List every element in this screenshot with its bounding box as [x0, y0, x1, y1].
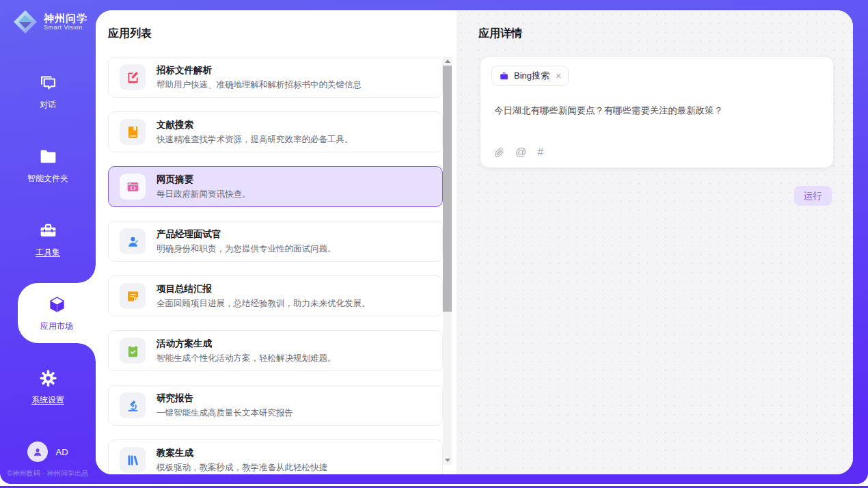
- paperclip-icon[interactable]: [493, 147, 504, 158]
- scrollbar-thumb[interactable]: [443, 66, 452, 312]
- briefcase-icon: [499, 71, 509, 81]
- app-description: 每日政府新闻资讯快查。: [157, 189, 251, 200]
- book-icon: [120, 119, 146, 145]
- interviewer-icon: [120, 228, 146, 254]
- nav-label: 应用市场: [40, 321, 73, 332]
- note-icon: [120, 283, 146, 309]
- sidebar-item-gear[interactable]: 系统设置: [0, 350, 96, 424]
- app-name: 网页摘要: [157, 174, 251, 186]
- app-card[interactable]: 网页摘要 每日政府新闻资讯快查。: [108, 166, 443, 207]
- app-description: 帮助用户快速、准确地理解和解析招标书中的关键信息: [157, 79, 362, 91]
- cube-icon: [47, 295, 67, 314]
- books-icon: [120, 447, 146, 473]
- logo-subtitle: Smart Vision: [44, 24, 87, 31]
- app-card[interactable]: 教案生成 模板驱动，教案秒成，教学准备从此轻松快捷: [108, 439, 443, 474]
- logo: 神州问学 Smart Vision: [12, 9, 87, 35]
- clipboard-check-icon: [120, 338, 146, 364]
- nav-label: 工具集: [36, 247, 60, 258]
- app-card-list: 招标文件解析 帮助用户快速、准确地理解和解析招标书中的关键信息 文献搜索 快速精…: [108, 57, 443, 474]
- close-icon[interactable]: ×: [556, 71, 561, 81]
- composer-toolbar: @#: [493, 147, 543, 158]
- scroll-up-arrow-icon[interactable]: [443, 57, 452, 66]
- app-name: 文献搜索: [157, 119, 353, 131]
- app-window: 神州问学 Smart Vision 对话 智能文件夹 工具集 应用市场 系统设置…: [0, 0, 868, 488]
- brand-diamond-icon: [12, 9, 38, 35]
- copyright-text: ©神州数码 · 神州问学出品: [0, 469, 96, 478]
- app-name: 项目总结汇报: [157, 283, 370, 295]
- tool-tag-bing-search[interactable]: Bing搜索 ×: [491, 66, 569, 86]
- app-description: 快速精准查找学术资源，提高研究效率的必备工具。: [157, 134, 353, 146]
- nav-label: 智能文件夹: [27, 173, 68, 185]
- sidebar-item-chat[interactable]: 对话: [0, 55, 96, 128]
- app-card[interactable]: 招标文件解析 帮助用户快速、准确地理解和解析招标书中的关键信息: [108, 57, 443, 98]
- toolbox-icon: [38, 221, 58, 241]
- sidebar: 神州问学 Smart Vision 对话 智能文件夹 工具集 应用市场 系统设置…: [0, 0, 96, 484]
- query-composer: Bing搜索 × 今日湖北有哪些新闻要点？有哪些需要关注的最新政策？ @#: [480, 56, 834, 168]
- run-button[interactable]: 运行: [794, 186, 832, 206]
- nav-label: 对话: [40, 99, 56, 111]
- app-detail-title: 应用详情: [478, 27, 522, 41]
- query-text[interactable]: 今日湖北有哪些新闻要点？有哪些需要关注的最新政策？: [494, 104, 819, 118]
- app-card[interactable]: 研究报告 一键智能生成高质量长文本研究报告: [108, 385, 443, 426]
- sidebar-item-cube[interactable]: 应用市场: [18, 283, 96, 343]
- app-name: 产品经理面试官: [157, 228, 336, 241]
- app-list-panel: 应用列表 招标文件解析 帮助用户快速、准确地理解和解析招标书中的关键信息 文献搜…: [96, 10, 457, 474]
- app-description: 一键智能生成高质量长文本研究报告: [157, 407, 293, 419]
- content-area: 应用列表 招标文件解析 帮助用户快速、准确地理解和解析招标书中的关键信息 文献搜…: [96, 10, 853, 474]
- app-description: 智能生成个性化活动方案，轻松解决规划难题。: [157, 353, 336, 364]
- chat-icon: [38, 73, 58, 93]
- mention-icon[interactable]: @: [515, 147, 526, 158]
- app-name: 教案生成: [157, 447, 327, 459]
- sidebar-item-folder[interactable]: 智能文件夹: [0, 128, 96, 202]
- webpage-icon: [120, 174, 146, 200]
- app-name: 活动方案生成: [157, 338, 336, 350]
- app-card[interactable]: 产品经理面试官 明确身份和职责，为您提供专业性的面试问题。: [108, 221, 443, 262]
- app-description: 明确身份和职责，为您提供专业性的面试问题。: [157, 243, 336, 255]
- hash-icon[interactable]: #: [537, 147, 543, 158]
- logo-title: 神州问学: [44, 12, 87, 24]
- tool-tag-label: Bing搜索: [514, 70, 550, 82]
- user-account[interactable]: AD: [0, 442, 96, 462]
- sidebar-nav: 对话 智能文件夹 工具集 应用市场 系统设置: [0, 55, 96, 424]
- app-name: 招标文件解析: [157, 64, 362, 77]
- app-detail-panel: 应用详情 Bing搜索 × 今日湖北有哪些新闻要点？有哪些需要关注的最新政策？ …: [457, 10, 853, 474]
- app-description: 全面回顾项目进展，总结经验教训，助力未来优化发展。: [157, 298, 370, 310]
- app-card[interactable]: 活动方案生成 智能生成个性化活动方案，轻松解决规划难题。: [108, 330, 443, 371]
- app-list-title: 应用列表: [108, 27, 152, 41]
- app-card[interactable]: 文献搜索 快速精准查找学术资源，提高研究效率的必备工具。: [108, 111, 443, 152]
- avatar-person-icon: [27, 442, 48, 462]
- user-name: AD: [55, 447, 68, 457]
- microscope-icon: [120, 392, 146, 418]
- app-description: 模板驱动，教案秒成，教学准备从此轻松快捷: [157, 462, 327, 474]
- purple-frame: 神州问学 Smart Vision 对话 智能文件夹 工具集 应用市场 系统设置…: [0, 0, 868, 484]
- app-card[interactable]: 项目总结汇报 全面回顾项目进展，总结经验教训，助力未来优化发展。: [108, 275, 443, 316]
- app-name: 研究报告: [157, 392, 293, 405]
- scroll-down-arrow-icon[interactable]: [443, 456, 452, 465]
- folder-icon: [38, 147, 58, 167]
- gear-icon: [38, 368, 58, 388]
- nav-label: 系统设置: [31, 394, 64, 406]
- scrollbar[interactable]: [443, 57, 452, 465]
- edit-doc-icon: [120, 64, 146, 90]
